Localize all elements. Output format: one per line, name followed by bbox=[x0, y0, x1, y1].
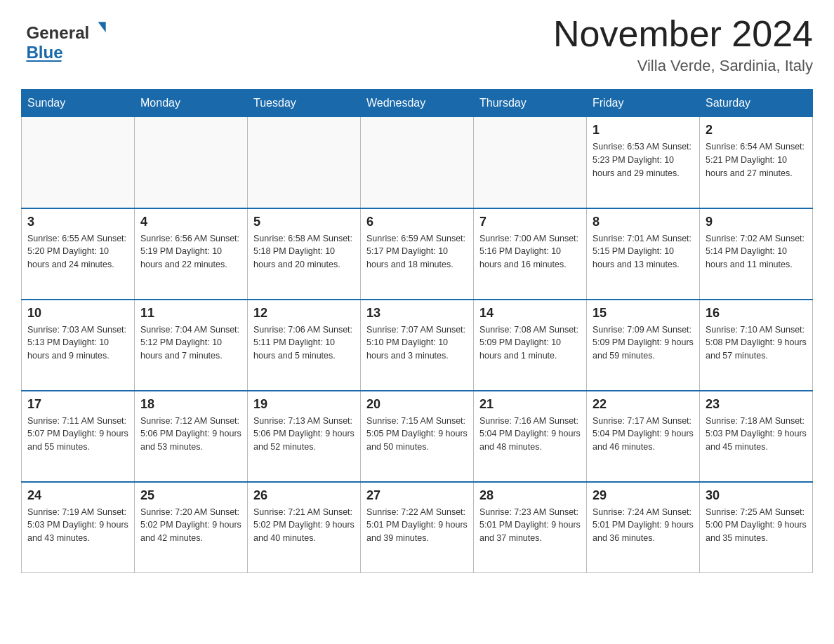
day-cell: 24Sunrise: 7:19 AM Sunset: 5:03 PM Dayli… bbox=[22, 482, 135, 573]
day-number: 3 bbox=[27, 215, 128, 229]
day-cell: 6Sunrise: 6:59 AM Sunset: 5:17 PM Daylig… bbox=[361, 208, 474, 300]
day-cell bbox=[248, 117, 361, 208]
day-info: Sunrise: 7:16 AM Sunset: 5:04 PM Dayligh… bbox=[479, 415, 581, 454]
day-cell: 26Sunrise: 7:21 AM Sunset: 5:02 PM Dayli… bbox=[248, 482, 361, 573]
day-info: Sunrise: 7:24 AM Sunset: 5:01 PM Dayligh… bbox=[593, 506, 694, 545]
day-number: 17 bbox=[27, 397, 128, 412]
day-info: Sunrise: 7:12 AM Sunset: 5:06 PM Dayligh… bbox=[140, 415, 241, 454]
days-header-row: SundayMondayTuesdayWednesdayThursdayFrid… bbox=[22, 90, 813, 117]
svg-text:Blue: Blue bbox=[26, 43, 62, 62]
day-number: 30 bbox=[706, 488, 807, 503]
week-row-2: 3Sunrise: 6:55 AM Sunset: 5:20 PM Daylig… bbox=[22, 208, 813, 300]
day-number: 9 bbox=[706, 215, 807, 229]
day-info: Sunrise: 7:06 AM Sunset: 5:11 PM Dayligh… bbox=[253, 323, 355, 363]
day-info: Sunrise: 6:55 AM Sunset: 5:20 PM Dayligh… bbox=[27, 232, 128, 271]
location: Villa Verde, Sardinia, Italy bbox=[553, 57, 813, 75]
day-number: 8 bbox=[593, 215, 694, 229]
svg-marker-1 bbox=[98, 22, 106, 32]
day-info: Sunrise: 7:00 AM Sunset: 5:16 PM Dayligh… bbox=[479, 232, 581, 271]
day-info: Sunrise: 7:09 AM Sunset: 5:09 PM Dayligh… bbox=[593, 323, 694, 363]
day-of-week-wednesday: Wednesday bbox=[361, 90, 474, 117]
day-info: Sunrise: 7:21 AM Sunset: 5:02 PM Dayligh… bbox=[253, 506, 355, 545]
day-cell: 11Sunrise: 7:04 AM Sunset: 5:12 PM Dayli… bbox=[135, 300, 248, 391]
day-cell bbox=[361, 117, 474, 208]
day-number: 16 bbox=[706, 306, 807, 321]
day-number: 25 bbox=[140, 488, 241, 503]
day-cell: 12Sunrise: 7:06 AM Sunset: 5:11 PM Dayli… bbox=[248, 300, 361, 391]
title-block: November 2024 Villa Verde, Sardinia, Ita… bbox=[553, 14, 813, 75]
day-number: 24 bbox=[27, 488, 128, 503]
day-info: Sunrise: 6:56 AM Sunset: 5:19 PM Dayligh… bbox=[140, 232, 241, 271]
day-info: Sunrise: 6:54 AM Sunset: 5:21 PM Dayligh… bbox=[706, 140, 807, 180]
day-number: 12 bbox=[253, 306, 355, 321]
week-row-5: 24Sunrise: 7:19 AM Sunset: 5:03 PM Dayli… bbox=[22, 482, 813, 573]
day-info: Sunrise: 7:20 AM Sunset: 5:02 PM Dayligh… bbox=[140, 506, 241, 545]
day-cell bbox=[22, 117, 135, 208]
day-number: 7 bbox=[479, 215, 581, 229]
day-info: Sunrise: 7:03 AM Sunset: 5:13 PM Dayligh… bbox=[27, 323, 128, 363]
day-cell: 21Sunrise: 7:16 AM Sunset: 5:04 PM Dayli… bbox=[474, 391, 587, 482]
day-info: Sunrise: 7:19 AM Sunset: 5:03 PM Dayligh… bbox=[27, 506, 128, 545]
day-cell: 27Sunrise: 7:22 AM Sunset: 5:01 PM Dayli… bbox=[361, 482, 474, 573]
day-of-week-saturday: Saturday bbox=[700, 90, 813, 117]
day-number: 21 bbox=[479, 397, 581, 412]
day-cell: 5Sunrise: 6:58 AM Sunset: 5:18 PM Daylig… bbox=[248, 208, 361, 300]
day-cell: 18Sunrise: 7:12 AM Sunset: 5:06 PM Dayli… bbox=[135, 391, 248, 482]
page-header: General Blue November 2024 Villa Verde, … bbox=[21, 14, 813, 75]
day-number: 18 bbox=[140, 397, 241, 412]
day-of-week-sunday: Sunday bbox=[22, 90, 135, 117]
week-row-4: 17Sunrise: 7:11 AM Sunset: 5:07 PM Dayli… bbox=[22, 391, 813, 482]
day-info: Sunrise: 7:15 AM Sunset: 5:05 PM Dayligh… bbox=[366, 415, 468, 454]
day-number: 6 bbox=[366, 215, 468, 229]
day-cell: 25Sunrise: 7:20 AM Sunset: 5:02 PM Dayli… bbox=[135, 482, 248, 573]
day-of-week-thursday: Thursday bbox=[474, 90, 587, 117]
day-number: 20 bbox=[366, 397, 468, 412]
day-info: Sunrise: 7:18 AM Sunset: 5:03 PM Dayligh… bbox=[706, 415, 807, 454]
day-cell: 8Sunrise: 7:01 AM Sunset: 5:15 PM Daylig… bbox=[587, 208, 700, 300]
day-cell: 4Sunrise: 6:56 AM Sunset: 5:19 PM Daylig… bbox=[135, 208, 248, 300]
day-cell: 7Sunrise: 7:00 AM Sunset: 5:16 PM Daylig… bbox=[474, 208, 587, 300]
month-title: November 2024 bbox=[553, 14, 813, 54]
day-info: Sunrise: 7:23 AM Sunset: 5:01 PM Dayligh… bbox=[479, 506, 581, 545]
day-info: Sunrise: 7:04 AM Sunset: 5:12 PM Dayligh… bbox=[140, 323, 241, 363]
day-of-week-friday: Friday bbox=[587, 90, 700, 117]
day-cell: 13Sunrise: 7:07 AM Sunset: 5:10 PM Dayli… bbox=[361, 300, 474, 391]
day-of-week-tuesday: Tuesday bbox=[248, 90, 361, 117]
day-info: Sunrise: 7:07 AM Sunset: 5:10 PM Dayligh… bbox=[366, 323, 468, 363]
day-number: 5 bbox=[253, 215, 355, 229]
day-info: Sunrise: 7:01 AM Sunset: 5:15 PM Dayligh… bbox=[593, 232, 694, 271]
day-info: Sunrise: 7:10 AM Sunset: 5:08 PM Dayligh… bbox=[706, 323, 807, 363]
day-number: 11 bbox=[140, 306, 241, 321]
day-cell: 14Sunrise: 7:08 AM Sunset: 5:09 PM Dayli… bbox=[474, 300, 587, 391]
day-info: Sunrise: 7:13 AM Sunset: 5:06 PM Dayligh… bbox=[253, 415, 355, 454]
day-info: Sunrise: 6:58 AM Sunset: 5:18 PM Dayligh… bbox=[253, 232, 355, 271]
day-cell: 3Sunrise: 6:55 AM Sunset: 5:20 PM Daylig… bbox=[22, 208, 135, 300]
day-info: Sunrise: 7:02 AM Sunset: 5:14 PM Dayligh… bbox=[706, 232, 807, 271]
day-info: Sunrise: 7:17 AM Sunset: 5:04 PM Dayligh… bbox=[593, 415, 694, 454]
day-cell: 17Sunrise: 7:11 AM Sunset: 5:07 PM Dayli… bbox=[22, 391, 135, 482]
day-number: 22 bbox=[593, 397, 694, 412]
day-cell: 16Sunrise: 7:10 AM Sunset: 5:08 PM Dayli… bbox=[700, 300, 813, 391]
day-cell: 19Sunrise: 7:13 AM Sunset: 5:06 PM Dayli… bbox=[248, 391, 361, 482]
day-cell bbox=[135, 117, 248, 208]
day-info: Sunrise: 7:25 AM Sunset: 5:00 PM Dayligh… bbox=[706, 506, 807, 545]
day-number: 10 bbox=[27, 306, 128, 321]
day-info: Sunrise: 6:53 AM Sunset: 5:23 PM Dayligh… bbox=[593, 140, 694, 180]
day-number: 14 bbox=[479, 306, 581, 321]
day-number: 13 bbox=[366, 306, 468, 321]
day-cell: 30Sunrise: 7:25 AM Sunset: 5:00 PM Dayli… bbox=[700, 482, 813, 573]
day-number: 26 bbox=[253, 488, 355, 503]
day-cell bbox=[474, 117, 587, 208]
day-number: 19 bbox=[253, 397, 355, 412]
svg-text:General: General bbox=[26, 23, 89, 42]
day-number: 23 bbox=[706, 397, 807, 412]
week-row-3: 10Sunrise: 7:03 AM Sunset: 5:13 PM Dayli… bbox=[22, 300, 813, 391]
logo: General Blue bbox=[21, 14, 112, 63]
calendar: SundayMondayTuesdayWednesdayThursdayFrid… bbox=[21, 89, 813, 573]
day-number: 4 bbox=[140, 215, 241, 229]
day-cell: 22Sunrise: 7:17 AM Sunset: 5:04 PM Dayli… bbox=[587, 391, 700, 482]
day-cell: 2Sunrise: 6:54 AM Sunset: 5:21 PM Daylig… bbox=[700, 117, 813, 208]
day-cell: 10Sunrise: 7:03 AM Sunset: 5:13 PM Dayli… bbox=[22, 300, 135, 391]
day-info: Sunrise: 7:08 AM Sunset: 5:09 PM Dayligh… bbox=[479, 323, 581, 363]
day-cell: 9Sunrise: 7:02 AM Sunset: 5:14 PM Daylig… bbox=[700, 208, 813, 300]
